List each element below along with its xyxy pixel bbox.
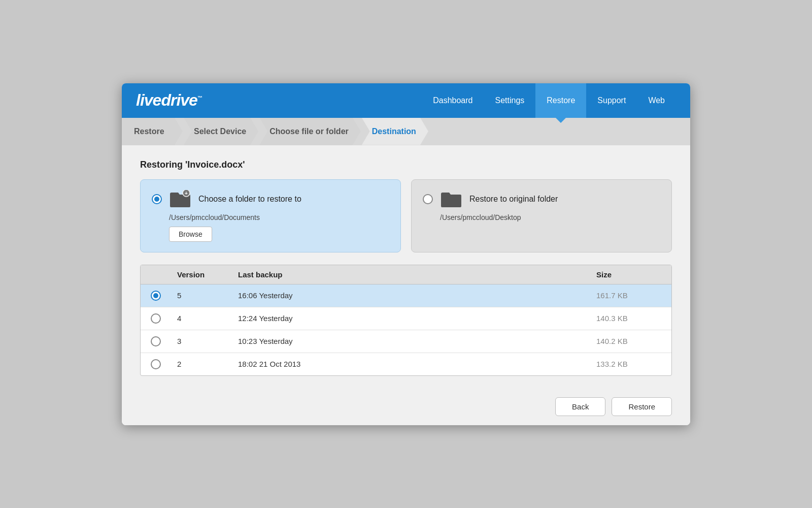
- nav-item-dashboard[interactable]: Dashboard: [422, 83, 484, 118]
- row2-radio[interactable]: [151, 313, 161, 324]
- restoring-title: Restoring 'Invoice.docx': [140, 160, 672, 170]
- row4-radio[interactable]: [151, 359, 161, 369]
- row1-version: 5: [171, 291, 232, 300]
- logo: livedrive™: [136, 91, 422, 110]
- main-nav: Dashboard Settings Restore Support Web: [422, 83, 676, 118]
- nav-item-support[interactable]: Support: [586, 83, 637, 118]
- row4-size: 133.2 KB: [590, 360, 671, 368]
- table-row[interactable]: 5 16:06 Yesterday 161.7 KB: [141, 284, 671, 307]
- panel-row-1: + Choose a folder to restore to: [152, 190, 389, 208]
- svg-text:+: +: [185, 190, 188, 196]
- original-folder-path: /Users/pmccloud/Desktop: [423, 213, 660, 221]
- panel-row-2: Restore to original folder: [423, 190, 660, 208]
- choose-folder-radio[interactable]: [152, 194, 162, 204]
- row1-backup: 16:06 Yesterday: [232, 291, 590, 300]
- row1-radio-cell: [141, 291, 171, 301]
- breadcrumb: Restore Select Device Choose file or fol…: [122, 118, 690, 145]
- col-size: Size: [590, 270, 671, 279]
- row3-backup: 10:23 Yesterday: [232, 337, 590, 345]
- row2-radio-cell: [141, 313, 171, 324]
- row1-radio[interactable]: [151, 291, 161, 301]
- row3-size: 140.2 KB: [590, 337, 671, 345]
- nav-item-settings[interactable]: Settings: [484, 83, 536, 118]
- table-row[interactable]: 4 12:24 Yesterday 140.3 KB: [141, 307, 671, 330]
- row2-size: 140.3 KB: [590, 314, 671, 323]
- original-folder-radio[interactable]: [423, 194, 433, 204]
- nav-item-restore[interactable]: Restore: [535, 83, 586, 118]
- row2-backup: 12:24 Yesterday: [232, 314, 590, 323]
- table-row[interactable]: 3 10:23 Yesterday 140.2 KB: [141, 330, 671, 353]
- row4-radio-cell: [141, 359, 171, 369]
- table-header: Version Last backup Size: [141, 265, 671, 284]
- row4-backup: 18:02 21 Oct 2013: [232, 360, 590, 368]
- row4-version: 2: [171, 360, 232, 368]
- row2-version: 4: [171, 314, 232, 323]
- main-content: Restoring 'Invoice.docx' + Choose a fold…: [122, 145, 690, 388]
- restore-button[interactable]: Restore: [612, 397, 672, 416]
- row3-version: 3: [171, 337, 232, 345]
- logo-text: livedrive: [136, 91, 197, 109]
- logo-tm: ™: [197, 95, 202, 101]
- breadcrumb-restore[interactable]: Restore: [122, 118, 183, 145]
- choose-folder-path: /Users/pmccloud/Documents: [152, 213, 389, 221]
- app-window: livedrive™ Dashboard Settings Restore Su…: [122, 83, 690, 425]
- row3-radio-cell: [141, 336, 171, 346]
- col-version: Version: [171, 270, 232, 279]
- folder-plus-icon: +: [169, 190, 191, 208]
- breadcrumb-choose-file[interactable]: Choose file or folder: [259, 118, 361, 145]
- header: livedrive™ Dashboard Settings Restore Su…: [122, 83, 690, 118]
- col-radio: [141, 270, 171, 279]
- choose-folder-label: Choose a folder to restore to: [198, 195, 301, 204]
- browse-button[interactable]: Browse: [169, 227, 212, 242]
- col-last-backup: Last backup: [232, 270, 590, 279]
- breadcrumb-destination[interactable]: Destination: [362, 118, 428, 145]
- original-folder-label: Restore to original folder: [469, 195, 558, 204]
- choose-folder-panel[interactable]: + Choose a folder to restore to /Users/p…: [140, 179, 401, 252]
- breadcrumb-select-device[interactable]: Select Device: [184, 118, 258, 145]
- table-row[interactable]: 2 18:02 21 Oct 2013 133.2 KB: [141, 353, 671, 375]
- folder-icon: [440, 190, 462, 208]
- row3-radio[interactable]: [151, 336, 161, 346]
- versions-table: Version Last backup Size 5 16:06 Yesterd…: [140, 265, 672, 376]
- back-button[interactable]: Back: [555, 397, 605, 416]
- row1-size: 161.7 KB: [590, 291, 671, 300]
- original-folder-panel[interactable]: Restore to original folder /Users/pmcclo…: [411, 179, 672, 252]
- footer: Back Restore: [122, 388, 690, 425]
- nav-item-web[interactable]: Web: [637, 83, 676, 118]
- destination-panels: + Choose a folder to restore to /Users/p…: [140, 179, 672, 252]
